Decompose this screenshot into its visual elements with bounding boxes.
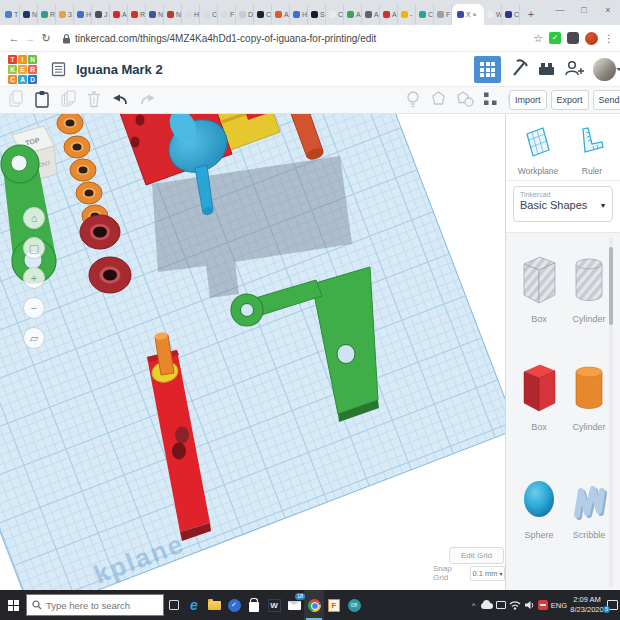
orange-ring-objects[interactable]	[57, 114, 108, 227]
zoom-in-button[interactable]: +	[23, 267, 45, 289]
browser-tab[interactable]: C	[254, 4, 272, 25]
group-icon[interactable]	[430, 90, 447, 111]
undo-icon[interactable]	[112, 91, 129, 111]
action-center-icon[interactable]: 5	[607, 600, 618, 610]
browser-tab[interactable]: A	[272, 4, 290, 25]
browser-tab[interactable]: N	[164, 4, 182, 25]
red-bar-object[interactable]	[147, 331, 211, 541]
green-crank-object[interactable]	[231, 267, 379, 422]
red-ring-objects[interactable]	[80, 215, 131, 293]
browser-tab[interactable]: T	[2, 4, 20, 25]
browser-menu-icon[interactable]: ⋮	[604, 33, 614, 44]
teal-app-icon[interactable]: 08	[344, 590, 364, 620]
onedrive-cloud-icon[interactable]	[481, 603, 493, 609]
start-button[interactable]	[0, 590, 26, 620]
copy-icon[interactable]	[8, 90, 24, 112]
zoom-out-button[interactable]: −	[23, 297, 45, 319]
browser-tab[interactable]: W	[484, 4, 502, 25]
share-person-icon[interactable]	[564, 59, 585, 81]
monitor-icon[interactable]	[496, 601, 506, 609]
wifi-icon[interactable]	[509, 596, 521, 614]
import-button[interactable]: Import	[509, 90, 547, 110]
browser-tab[interactable]: N	[146, 4, 164, 25]
browser-tab[interactable]: C	[200, 4, 218, 25]
edge-app-icon[interactable]: e	[184, 590, 204, 620]
browser-tab[interactable]: S	[308, 4, 326, 25]
browser-tab[interactable]: J	[92, 4, 110, 25]
browser-tab[interactable]: -	[398, 4, 416, 25]
browser-tab[interactable]: F	[434, 4, 452, 25]
browser-tab[interactable]: X ×	[452, 4, 484, 25]
mail-app-icon[interactable]: 18	[284, 590, 304, 620]
perspective-button[interactable]: ▱	[23, 327, 45, 349]
send-to-button[interactable]: Send To	[593, 90, 620, 110]
file-explorer-app-icon[interactable]	[204, 590, 224, 620]
blue-circle-app-icon[interactable]: ✓	[224, 590, 244, 620]
w-app-icon[interactable]: W	[264, 590, 284, 620]
fit-view-button[interactable]: ▢	[23, 237, 45, 259]
blocks-brick-icon[interactable]	[537, 59, 556, 81]
volume-icon[interactable]	[524, 596, 535, 614]
forward-button[interactable]: →	[22, 32, 38, 44]
edit-grid-button[interactable]: Edit Grid	[449, 547, 504, 564]
shape-tile-red-box[interactable]: Box	[516, 361, 562, 432]
tinkercad-logo[interactable]: TINKERCAD	[8, 55, 37, 84]
user-avatar[interactable]	[593, 58, 616, 81]
browser-tab[interactable]: 3	[56, 4, 74, 25]
shape-tile-sphere[interactable]: Sphere	[516, 475, 562, 540]
delete-icon[interactable]	[86, 90, 102, 112]
browser-tab[interactable]: C	[326, 4, 344, 25]
design-properties-icon[interactable]	[51, 61, 66, 77]
browser-profile-avatar[interactable]	[585, 32, 598, 45]
taskbar-search[interactable]	[26, 594, 164, 616]
red-app-tray-icon[interactable]	[538, 600, 548, 610]
ruler-tool[interactable]: Ruler	[564, 126, 620, 176]
browser-tab[interactable]: C	[502, 4, 520, 25]
browser-tab[interactable]: R	[128, 4, 146, 25]
browser-tab[interactable]: D	[236, 4, 254, 25]
dashboard-grid-button[interactable]	[474, 56, 501, 83]
tools-pickaxe-icon[interactable]	[509, 58, 529, 81]
taskbar-clock[interactable]: 2:09 AM 8/23/2020	[570, 595, 604, 615]
shape-tile-hole-box[interactable]: Box	[516, 253, 562, 324]
browser-tab[interactable]: N	[20, 4, 38, 25]
show-hidden-bulb-icon[interactable]	[405, 90, 421, 112]
shape-tile-orange-cylinder[interactable]: Cylinder	[566, 363, 612, 432]
3d-viewport[interactable]: kplane TOP FRONT	[0, 114, 505, 590]
browser-tab[interactable]: A	[380, 4, 398, 25]
shape-tile-scribble[interactable]: Scribble	[566, 477, 612, 540]
duplicate-icon[interactable]	[60, 90, 76, 112]
minimize-button[interactable]: —	[548, 0, 572, 22]
browser-tab[interactable]: H	[74, 4, 92, 25]
maximize-button[interactable]: □	[572, 0, 596, 22]
reload-button[interactable]: ↻	[38, 32, 54, 45]
address-bar[interactable]: tinkercad.com/things/4MZ4Ka4hDd1-copy-of…	[75, 33, 533, 44]
extension-dark-icon[interactable]	[567, 32, 579, 44]
language-indicator[interactable]: ENG	[551, 601, 567, 610]
workplane-tool[interactable]: Workplane	[510, 124, 566, 176]
close-button[interactable]: ×	[596, 0, 620, 22]
snap-grid-select[interactable]: 0.1 mm ▾	[470, 566, 505, 581]
browser-tab[interactable]: R	[38, 4, 56, 25]
extension-check-icon[interactable]	[549, 32, 561, 44]
paste-icon[interactable]	[34, 90, 50, 112]
new-tab-button[interactable]: +	[523, 6, 539, 22]
browser-tab[interactable]: A	[362, 4, 380, 25]
shape-category-dropdown[interactable]: Tinkercad Basic Shapes ▾	[513, 186, 613, 222]
task-view-button[interactable]	[164, 590, 184, 620]
align-icon[interactable]	[483, 91, 498, 111]
browser-tab[interactable]: A	[110, 4, 128, 25]
store-app-icon[interactable]	[244, 590, 264, 620]
design-title[interactable]: Iguana Mark 2	[76, 62, 163, 77]
home-view-button[interactable]: ⌂	[23, 207, 45, 229]
shape-tile-hole-cylinder[interactable]: Cylinder	[566, 255, 612, 324]
chrome-app-icon[interactable]	[304, 590, 324, 620]
browser-tab[interactable]: F	[218, 4, 236, 25]
search-input[interactable]	[46, 600, 146, 611]
back-button[interactable]: ←	[6, 32, 22, 44]
export-button[interactable]: Export	[551, 90, 589, 110]
redo-icon[interactable]	[139, 91, 156, 111]
browser-tab[interactable]: H	[290, 4, 308, 25]
browser-tab[interactable]: H	[182, 4, 200, 25]
tray-expand-button[interactable]: ^	[470, 601, 478, 610]
